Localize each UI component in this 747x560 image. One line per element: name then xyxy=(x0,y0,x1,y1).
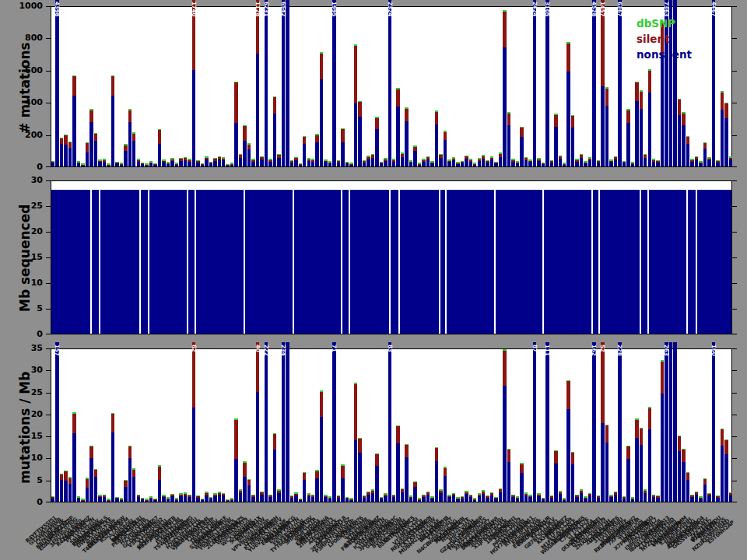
silent-segment xyxy=(345,163,349,163)
silent-segment xyxy=(81,165,84,166)
bar xyxy=(729,492,732,502)
nonsilent-segment xyxy=(384,496,387,502)
bar xyxy=(559,156,562,166)
bar xyxy=(137,159,140,166)
clipped-bar-value-label: 71 xyxy=(331,345,335,352)
tick-label: 0 xyxy=(16,497,43,507)
silent-segment xyxy=(354,384,357,441)
dbsnp-segment xyxy=(703,142,707,144)
silent-segment xyxy=(277,155,280,157)
tick-label: 30 xyxy=(16,365,43,375)
bar xyxy=(554,114,557,166)
silent-segment xyxy=(234,82,237,123)
dbsnp-segment xyxy=(111,413,114,415)
nonsilent-segment xyxy=(724,118,728,166)
silent-segment xyxy=(260,157,263,159)
silent-segment xyxy=(243,126,246,141)
dbsnp-segment xyxy=(89,109,93,110)
bar xyxy=(273,96,276,167)
bar xyxy=(72,412,75,502)
bar xyxy=(375,117,378,166)
nonsilent-segment xyxy=(89,458,93,502)
bar: 234 xyxy=(282,342,285,502)
tick-mark xyxy=(46,348,51,349)
nonsilent-segment xyxy=(396,107,399,166)
tick-label: 15 xyxy=(16,252,43,262)
dbsnp-segment xyxy=(482,155,485,156)
dbsnp-segment xyxy=(494,497,497,499)
nonsilent-segment xyxy=(609,162,612,166)
silent-segment xyxy=(149,163,153,163)
silent-segment xyxy=(89,110,93,122)
silent-segment xyxy=(703,479,707,485)
dbsnp-segment xyxy=(86,478,89,479)
nonsilent-segment xyxy=(461,163,464,166)
nonsilent-segment xyxy=(265,342,268,502)
nonsilent-segment xyxy=(132,141,135,166)
nonsilent-segment xyxy=(580,493,583,502)
nonsilent-segment xyxy=(332,0,335,166)
silent-segment xyxy=(247,480,251,485)
dbsnp-segment xyxy=(516,496,519,498)
dbsnp-segment xyxy=(486,160,489,162)
dbsnp-segment xyxy=(341,464,344,466)
nonsilent-segment xyxy=(409,498,412,502)
dbsnp-segment xyxy=(473,498,476,499)
bar xyxy=(644,489,647,502)
silent-segment xyxy=(563,499,566,500)
silent-segment xyxy=(354,46,357,104)
bar xyxy=(277,489,280,502)
y-axis-label-mutations: # mutations xyxy=(17,41,33,135)
dbsnp-segment xyxy=(631,162,634,163)
bar xyxy=(588,157,591,166)
dbsnp-segment xyxy=(268,159,272,160)
bar xyxy=(213,158,216,166)
bar xyxy=(699,161,702,166)
silent-segment xyxy=(413,482,416,487)
bar xyxy=(363,160,366,167)
bar xyxy=(239,489,242,502)
bar xyxy=(524,492,528,502)
dbsnp-segment xyxy=(661,360,664,362)
dbsnp-segment xyxy=(707,157,710,159)
bar xyxy=(201,163,204,166)
nonsilent-segment xyxy=(533,342,536,502)
nonsilent-segment xyxy=(490,159,493,166)
silent-segment xyxy=(584,163,587,163)
nonsilent-segment xyxy=(192,70,195,166)
nonsilent-segment xyxy=(277,493,280,502)
bar xyxy=(396,88,399,166)
silent-segment xyxy=(605,425,608,443)
nonsilent-segment xyxy=(89,122,93,166)
bar xyxy=(89,109,93,166)
silent-segment xyxy=(51,162,54,163)
dbsnp-segment xyxy=(358,438,361,439)
silent-segment xyxy=(652,160,655,162)
nonsilent-segment xyxy=(77,499,80,502)
nonsilent-segment xyxy=(554,127,557,166)
dbsnp-segment xyxy=(196,495,199,497)
silent-segment xyxy=(486,496,489,498)
bar: 40 xyxy=(256,342,259,502)
nonsilent-segment xyxy=(550,498,553,502)
bar xyxy=(209,497,212,502)
dbsnp-segment xyxy=(115,162,118,163)
bar xyxy=(503,10,506,166)
dbsnp-segment xyxy=(588,157,591,159)
nonsilent-segment xyxy=(103,162,106,166)
dbsnp-segment xyxy=(439,489,442,491)
dbsnp-segment xyxy=(89,446,93,447)
dbsnp-segment xyxy=(98,495,101,496)
bar xyxy=(537,158,540,166)
silent-segment xyxy=(686,137,689,144)
bar xyxy=(132,468,135,502)
silent-segment xyxy=(418,499,421,500)
dbsnp-segment xyxy=(320,390,323,392)
nonsilent-segment xyxy=(179,496,182,502)
bar xyxy=(465,491,468,502)
nonsilent-segment xyxy=(60,144,63,166)
dbsnp-segment xyxy=(626,446,630,447)
bar xyxy=(358,438,361,502)
legend-item-nonsilent: nonsilent xyxy=(637,47,692,62)
nonsilent-segment xyxy=(559,494,562,502)
